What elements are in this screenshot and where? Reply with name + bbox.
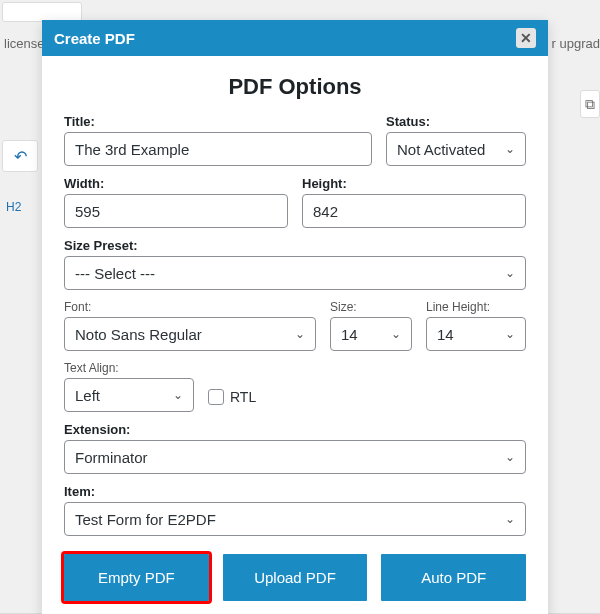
auto-pdf-button[interactable]: Auto PDF <box>381 554 526 601</box>
font-value: Noto Sans Regular <box>75 326 202 343</box>
rtl-checkbox[interactable] <box>208 389 224 405</box>
size-label: Size: <box>330 300 412 314</box>
chevron-down-icon: ⌄ <box>505 266 515 280</box>
empty-pdf-button[interactable]: Empty PDF <box>64 554 209 601</box>
bg-toolbar-box <box>2 2 82 22</box>
bg-card-icon-box[interactable]: ⧉ <box>580 90 600 118</box>
width-label: Width: <box>64 176 288 191</box>
extension-select[interactable]: Forminator ⌄ <box>64 440 526 474</box>
extension-value: Forminator <box>75 449 148 466</box>
size-preset-label: Size Preset: <box>64 238 526 253</box>
pdf-options-heading: PDF Options <box>64 74 526 100</box>
create-pdf-modal: Create PDF ✕ PDF Options Title: Status: … <box>42 20 548 614</box>
status-value: Not Activated <box>397 141 485 158</box>
height-label: Height: <box>302 176 526 191</box>
item-label: Item: <box>64 484 526 499</box>
chevron-down-icon: ⌄ <box>173 388 183 402</box>
line-height-select[interactable]: 14 ⌄ <box>426 317 526 351</box>
height-input[interactable] <box>302 194 526 228</box>
chevron-down-icon: ⌄ <box>505 450 515 464</box>
item-select[interactable]: Test Form for E2PDF ⌄ <box>64 502 526 536</box>
undo-button[interactable]: ↶ <box>2 140 38 172</box>
chevron-down-icon: ⌄ <box>505 512 515 526</box>
h2-format-button[interactable]: H2 <box>6 200 21 214</box>
font-select[interactable]: Noto Sans Regular ⌄ <box>64 317 316 351</box>
undo-icon: ↶ <box>14 147 27 166</box>
close-button[interactable]: ✕ <box>516 28 536 48</box>
size-preset-select[interactable]: --- Select --- ⌄ <box>64 256 526 290</box>
text-align-value: Left <box>75 387 100 404</box>
text-align-label: Text Align: <box>64 361 194 375</box>
size-value: 14 <box>341 326 358 343</box>
size-select[interactable]: 14 ⌄ <box>330 317 412 351</box>
status-label: Status: <box>386 114 526 129</box>
rtl-label: RTL <box>230 389 256 405</box>
status-select[interactable]: Not Activated ⌄ <box>386 132 526 166</box>
text-align-select[interactable]: Left ⌄ <box>64 378 194 412</box>
modal-body: PDF Options Title: Status: Not Activated… <box>42 56 548 614</box>
title-label: Title: <box>64 114 372 129</box>
chevron-down-icon: ⌄ <box>295 327 305 341</box>
close-icon: ✕ <box>520 30 532 46</box>
chevron-down-icon: ⌄ <box>391 327 401 341</box>
line-height-label: Line Height: <box>426 300 526 314</box>
item-value: Test Form for E2PDF <box>75 511 216 528</box>
upload-pdf-button[interactable]: Upload PDF <box>223 554 368 601</box>
bg-upgrade-text: r upgrad <box>552 36 600 51</box>
line-height-value: 14 <box>437 326 454 343</box>
card-icon: ⧉ <box>585 96 595 113</box>
chevron-down-icon: ⌄ <box>505 142 515 156</box>
font-label: Font: <box>64 300 316 314</box>
size-preset-value: --- Select --- <box>75 265 155 282</box>
modal-title: Create PDF <box>54 30 135 47</box>
chevron-down-icon: ⌄ <box>505 327 515 341</box>
width-input[interactable] <box>64 194 288 228</box>
title-input[interactable] <box>64 132 372 166</box>
extension-label: Extension: <box>64 422 526 437</box>
modal-header: Create PDF ✕ <box>42 20 548 56</box>
